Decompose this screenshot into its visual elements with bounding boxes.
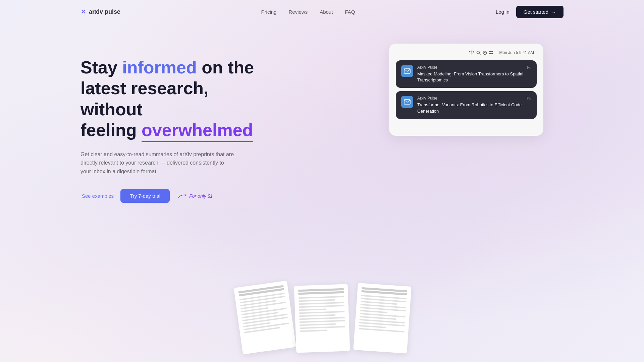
- phone-mockup: Mon Jun 5 9:41 AM Arxiv Pulse Fri Masked…: [389, 44, 543, 136]
- phone-status-bar: Mon Jun 5 9:41 AM: [396, 50, 537, 60]
- hero-title: Stay informed on thelatest research, wit…: [80, 57, 255, 141]
- notif-app-1: Arxiv Pulse: [417, 65, 437, 70]
- get-started-label: Get started: [524, 9, 548, 15]
- svg-rect-3: [489, 51, 491, 52]
- nav-faq[interactable]: FAQ: [345, 9, 355, 15]
- notif-icon-wrap-2: [401, 96, 413, 108]
- paper-lines-2: [299, 296, 345, 332]
- get-started-arrow: →: [551, 9, 556, 15]
- paper-lines-1: [239, 293, 289, 333]
- notif-title-1: Masked Modeling: From Vision Transformer…: [417, 71, 531, 83]
- paper-line: [299, 320, 345, 323]
- notif-icon-wrap-1: [401, 65, 413, 77]
- paper-line: [359, 325, 386, 328]
- hero-title-part1: Stay: [80, 58, 122, 77]
- grid-icon: [489, 51, 493, 55]
- paper-line: [300, 330, 327, 332]
- email-icon-1: [404, 68, 411, 74]
- promo-arrow-icon: [178, 193, 188, 199]
- svg-rect-8: [404, 100, 410, 104]
- paper-line: [300, 323, 336, 326]
- notif-app-2: Arxiv Pulse: [417, 96, 437, 101]
- login-button[interactable]: Log in: [496, 9, 509, 15]
- notification-card-2: Arxiv Pulse Thu Transformer Variants: Fr…: [396, 91, 537, 119]
- paper-line: [299, 296, 344, 299]
- notif-header-1: Arxiv Pulse Fri: [417, 65, 531, 70]
- paper-line: [359, 328, 405, 332]
- nav-actions: Log in Get started →: [496, 6, 564, 18]
- circle-icon: [483, 51, 487, 55]
- paper-line: [360, 310, 387, 313]
- hero-content: Stay informed on thelatest research, wit…: [80, 44, 255, 203]
- notif-content-1: Arxiv Pulse Fri Masked Modeling: From Vi…: [417, 65, 531, 83]
- hero-cta: See examples Try 7-day trial For only $1: [80, 189, 255, 203]
- paper-lines-3: [359, 295, 407, 333]
- see-examples-link[interactable]: See examples: [80, 190, 115, 202]
- logo[interactable]: ✕ arxiv pulse: [80, 8, 120, 16]
- hero-description: Get clear and easy-to-read summaries of …: [80, 150, 235, 176]
- paper-line: [299, 311, 344, 314]
- svg-rect-6: [491, 53, 493, 54]
- notification-card-1: Arxiv Pulse Fri Masked Modeling: From Vi…: [396, 60, 537, 88]
- trial-button[interactable]: Try 7-day trial: [120, 189, 170, 203]
- nav-about[interactable]: About: [320, 9, 333, 15]
- logo-icon: ✕: [80, 8, 86, 16]
- hero-title-highlight2: overwhelmed: [142, 120, 253, 140]
- paper-line: [300, 326, 345, 329]
- paper-line: [299, 309, 326, 311]
- svg-rect-4: [491, 51, 493, 52]
- paper-card-1: [234, 281, 296, 354]
- papers-section: [0, 245, 644, 352]
- paper-line: [298, 291, 344, 295]
- hero-title-highlight1: informed: [122, 58, 197, 77]
- promo-label: For only $1: [178, 193, 213, 199]
- search-icon: [476, 51, 481, 55]
- notif-time-2: Thu: [525, 96, 531, 100]
- nav-links: Pricing Reviews About FAQ: [261, 9, 355, 15]
- wifi-icon: [469, 51, 474, 55]
- paper-line: [299, 317, 345, 320]
- notif-time-1: Fri: [527, 65, 531, 69]
- paper-line: [299, 302, 344, 305]
- hero-section: Stay informed on thelatest research, wit…: [0, 23, 644, 225]
- phone-mockup-container: Mon Jun 5 9:41 AM Arxiv Pulse Fri Masked…: [255, 44, 564, 136]
- paper-card-3: [353, 283, 412, 354]
- svg-rect-5: [489, 53, 491, 54]
- phone-time: Mon Jun 5 9:41 AM: [499, 50, 534, 55]
- email-icon-2: [404, 99, 411, 105]
- logo-text: arxiv pulse: [89, 8, 120, 15]
- navbar: ✕ arxiv pulse Pricing Reviews About FAQ …: [0, 0, 644, 23]
- get-started-button[interactable]: Get started →: [516, 6, 564, 18]
- promo-text: For only $1: [189, 193, 213, 199]
- notif-header-2: Arxiv Pulse Thu: [417, 96, 531, 101]
- paper-line: [299, 299, 335, 302]
- notif-content-2: Arxiv Pulse Thu Transformer Variants: Fr…: [417, 96, 531, 114]
- notif-title-2: Transformer Variants: From Robotics to E…: [417, 102, 531, 114]
- nav-reviews[interactable]: Reviews: [288, 9, 308, 15]
- svg-rect-7: [404, 69, 410, 73]
- paper-line: [299, 314, 336, 317]
- paper-card-2: [294, 284, 350, 353]
- paper-line: [299, 305, 344, 308]
- status-icons: [469, 51, 493, 55]
- svg-line-1: [479, 53, 480, 55]
- nav-pricing[interactable]: Pricing: [261, 9, 277, 15]
